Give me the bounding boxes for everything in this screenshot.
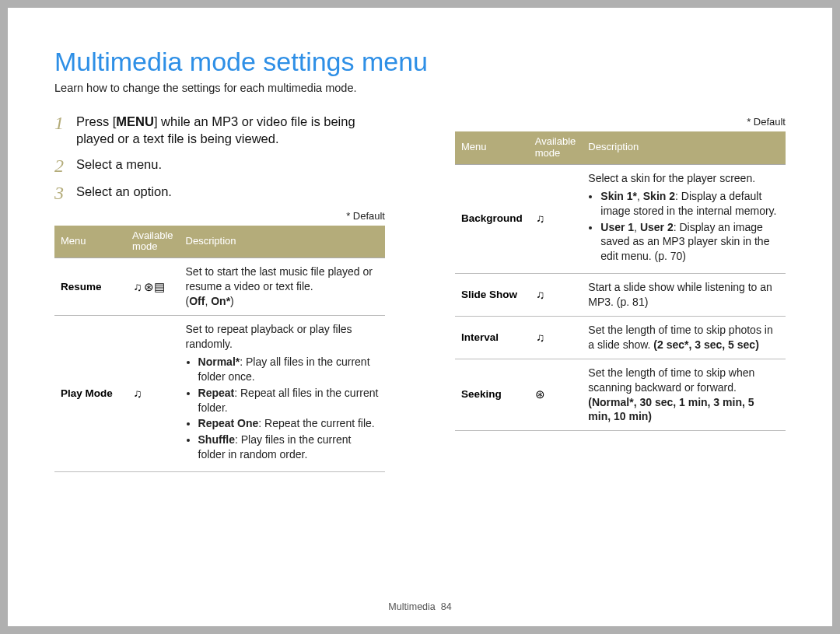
table-row: Seeking ⊛ Set the length of time to skip… (455, 359, 786, 431)
text-icon: ▤ (154, 279, 165, 295)
table-row: Slide Show ♫ Start a slide show while li… (455, 274, 786, 317)
step-text: Select an option. (76, 183, 172, 202)
settings-table-right: Menu Available mode Description Backgrou… (455, 131, 786, 431)
options-inline: (Normal*, 30 sec, 1 min, 3 min, 5 min, 1… (588, 396, 754, 423)
description-cell: Set the length of time to skip when scan… (582, 359, 786, 431)
page-footer: Multimedia 84 (8, 601, 832, 612)
step-text: Select a menu. (76, 156, 162, 175)
menu-name: Play Mode (54, 316, 126, 472)
description-cell: Set to start the last music file played … (180, 258, 385, 316)
step-text: Press [MENU] while an MP3 or video file … (76, 113, 385, 148)
available-modes: ♫ (529, 164, 583, 273)
available-modes: ♫ (529, 274, 583, 317)
list-item: Shuffle: Play files in the current folde… (198, 433, 379, 462)
table-row: Play Mode ♫ Set to repeat playback or pl… (54, 316, 385, 472)
manual-page: Multimedia mode settings menu Learn how … (8, 8, 832, 626)
table-row: Interval ♫ Set the length of time to ski… (455, 317, 786, 359)
options-list: Skin 1*, Skin 2: Display a default image… (588, 189, 779, 264)
options-inline: (2 sec*, 3 sec, 5 sec) (653, 338, 758, 351)
available-modes: ♫⊛▤ (126, 258, 180, 316)
list-item: Repeat: Repeat all files in the current … (198, 386, 379, 415)
step-2: 2 Select a menu. (54, 156, 385, 175)
menu-name: Slide Show (455, 274, 529, 317)
step-number: 1 (54, 113, 76, 148)
th-description: Description (180, 226, 385, 258)
settings-table-left: Menu Available mode Description Resume ♫… (54, 226, 385, 473)
th-description: Description (582, 131, 786, 164)
description-cell: Start a slide show while listening to an… (582, 274, 786, 317)
music-icon: ♫ (535, 211, 546, 226)
th-mode: Available mode (529, 131, 583, 164)
list-item: User 1, User 2: Display an image saved a… (600, 220, 779, 264)
list-item: Skin 1*, Skin 2: Display a default image… (600, 189, 779, 219)
music-icon: ♫ (535, 287, 546, 303)
default-note: * Default (54, 210, 385, 222)
default-note: * Default (455, 116, 786, 128)
video-icon: ⊛ (143, 279, 154, 295)
available-modes: ♫ (126, 316, 180, 472)
music-icon: ♫ (132, 279, 143, 295)
th-menu: Menu (54, 226, 126, 258)
description-cell: Select a skin for the player screen. Ski… (582, 164, 786, 273)
step-3: 3 Select an option. (54, 183, 385, 202)
table-row: Resume ♫⊛▤ Set to start the last music f… (54, 258, 385, 316)
video-icon: ⊛ (535, 387, 546, 402)
options-list: Normal*: Play all files in the current f… (186, 355, 379, 462)
description-cell: Set to repeat playback or play files ran… (180, 316, 385, 472)
step-number: 2 (54, 156, 76, 175)
page-subtitle: Learn how to change the settings for eac… (54, 82, 786, 94)
menu-name: Interval (455, 317, 529, 359)
content-columns: 1 Press [MENU] while an MP3 or video fil… (54, 113, 786, 472)
footer-section: Multimedia (388, 601, 435, 612)
th-mode: Available mode (126, 226, 180, 258)
right-column: * Default Menu Available mode Descriptio… (455, 113, 786, 472)
step-number: 3 (54, 183, 76, 202)
description-cell: Set the length of time to skip photos in… (582, 317, 786, 359)
music-icon: ♫ (132, 386, 143, 401)
step-1: 1 Press [MENU] while an MP3 or video fil… (54, 113, 385, 148)
menu-name: Background (455, 164, 529, 273)
available-modes: ⊛ (529, 359, 583, 431)
steps-list: 1 Press [MENU] while an MP3 or video fil… (54, 113, 385, 202)
th-menu: Menu (455, 131, 529, 164)
table-row: Background ♫ Select a skin for the playe… (455, 164, 786, 273)
page-title: Multimedia mode settings menu (54, 47, 786, 77)
footer-page: 84 (441, 601, 452, 612)
menu-key: MENU (116, 114, 154, 128)
left-column: 1 Press [MENU] while an MP3 or video fil… (54, 113, 385, 472)
list-item: Repeat One: Repeat the current file. (198, 416, 379, 431)
menu-name: Resume (54, 258, 126, 316)
menu-name: Seeking (455, 359, 529, 431)
music-icon: ♫ (535, 330, 546, 345)
available-modes: ♫ (529, 317, 583, 359)
list-item: Normal*: Play all files in the current f… (198, 355, 379, 384)
